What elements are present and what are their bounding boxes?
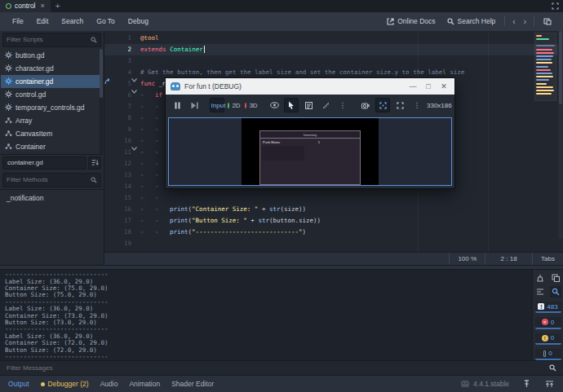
select-mode-button[interactable]: [284, 98, 299, 112]
mode-2d-button[interactable]: 2D: [227, 98, 242, 112]
line-number[interactable]: 18: [113, 227, 131, 238]
input-mode-button[interactable]: Input: [210, 98, 224, 112]
line-number[interactable]: 12: [113, 158, 131, 170]
class-item[interactable]: Dictionary: [1, 153, 103, 155]
script-item[interactable]: control.gd: [1, 88, 103, 101]
new-tab-button[interactable]: +: [51, 0, 65, 12]
frame-selected-button[interactable]: [375, 98, 390, 112]
line-number[interactable]: 14: [113, 181, 131, 192]
class-item[interactable]: CanvasItem: [1, 127, 103, 140]
code-line[interactable]: 2extends Container: [104, 44, 563, 55]
code-line[interactable]: 15»»: [104, 192, 563, 204]
line-number[interactable]: 10: [113, 135, 131, 147]
cursor-position[interactable]: 2 : 18: [485, 253, 532, 265]
line-number[interactable]: 19: [113, 238, 131, 249]
more-options-icon[interactable]: ⋮: [335, 98, 350, 112]
history-forward-icon[interactable]: ›: [521, 17, 530, 26]
code-line[interactable]: 19: [104, 238, 563, 249]
errors-filter-badge[interactable]: × 0: [535, 317, 561, 328]
tab-output[interactable]: Output: [8, 380, 29, 388]
script-item-selected[interactable]: container.gd: [1, 75, 103, 88]
collapse-messages-button[interactable]: [534, 286, 546, 297]
ruler-mode-button[interactable]: [318, 98, 333, 112]
show-search-button[interactable]: [550, 286, 561, 297]
code-line[interactable]: 16»»print("Container Size: " + str(size)…: [104, 204, 563, 215]
script-item[interactable]: button.gd: [1, 49, 103, 62]
line-number[interactable]: 7: [113, 101, 131, 112]
editor-messages-filter-badge[interactable]: 0: [535, 349, 561, 360]
filter-scripts-box[interactable]: [2, 33, 101, 47]
line-number[interactable]: 8: [113, 112, 131, 124]
line-number[interactable]: 9: [113, 124, 131, 135]
filter-scripts-input[interactable]: [7, 36, 88, 43]
visibility-button[interactable]: [267, 98, 282, 112]
tab-close-icon[interactable]: ×: [41, 2, 45, 10]
debug-game-window[interactable]: For fun t (DEBUG) — □ ✕ Input 2D: [165, 77, 455, 189]
fullscreen-button[interactable]: [392, 98, 407, 112]
menu-file[interactable]: File: [7, 15, 29, 27]
close-icon[interactable]: ✕: [438, 82, 450, 90]
line-number[interactable]: 13: [113, 170, 131, 181]
editor-scrollbar[interactable]: [558, 31, 563, 239]
line-number[interactable]: 6: [113, 90, 131, 101]
line-number[interactable]: 3: [113, 55, 131, 67]
output-log[interactable]: ----------------------------Label Size: …: [0, 270, 532, 360]
class-item[interactable]: Array: [1, 114, 103, 127]
script-list-scrollbar[interactable]: [100, 49, 103, 154]
filter-messages-bar[interactable]: [0, 360, 563, 375]
line-number[interactable]: 11: [113, 147, 131, 158]
game-viewport[interactable]: Inventory Push Mates 1: [168, 117, 452, 186]
indent-type[interactable]: Tabs: [532, 253, 563, 265]
script-item[interactable]: temporary_controls.gd: [1, 101, 103, 114]
search-help-button[interactable]: Search Help: [442, 15, 501, 27]
pin-bottom-panel-button[interactable]: [521, 378, 532, 390]
code-line[interactable]: 1@tool: [104, 33, 563, 44]
tab-animation[interactable]: Animation: [129, 380, 160, 388]
class-item[interactable]: Container: [1, 140, 103, 153]
line-number[interactable]: 5: [113, 78, 131, 90]
fold-arrow-icon[interactable]: [131, 90, 140, 101]
menu-goto[interactable]: Go To: [91, 15, 121, 27]
sort-methods-button[interactable]: [88, 156, 101, 170]
camera-override-button[interactable]: [358, 98, 373, 112]
code-line[interactable]: 17»»print("Button Size: " + str(button.s…: [104, 215, 563, 227]
expand-bottom-panel-button[interactable]: [543, 378, 555, 390]
warnings-filter-badge[interactable]: ! 0: [535, 333, 561, 345]
line-number[interactable]: 16: [113, 204, 131, 215]
clear-log-button[interactable]: [534, 272, 546, 284]
code-line[interactable]: 3: [104, 55, 563, 67]
next-frame-button[interactable]: [187, 98, 202, 112]
distraction-free-icon[interactable]: [547, 0, 563, 12]
messages-filter-badge[interactable]: ! 483: [535, 302, 561, 313]
tab-shader-editor[interactable]: Shader Editor: [171, 380, 214, 388]
tab-audio[interactable]: Audio: [100, 380, 118, 388]
line-number[interactable]: 2: [113, 44, 131, 55]
node-list-button[interactable]: [301, 98, 316, 112]
mode-3d-button[interactable]: 3D: [244, 98, 259, 112]
line-number[interactable]: 1: [113, 33, 131, 44]
more-options-icon[interactable]: ⋮: [410, 98, 424, 112]
code-line[interactable]: 18»»print("----------------------------"…: [104, 227, 563, 238]
filter-methods-input[interactable]: [7, 176, 88, 183]
history-back-icon[interactable]: ‹: [509, 17, 518, 26]
method-item[interactable]: _notification: [2, 192, 102, 204]
debug-window-titlebar[interactable]: For fun t (DEBUG) — □ ✕: [166, 78, 454, 95]
filter-messages-input[interactable]: [7, 364, 549, 372]
script-item[interactable]: character.gd: [1, 62, 103, 75]
code-line[interactable]: 4# Get the button, then get the label si…: [104, 67, 563, 78]
make-floating-icon[interactable]: [539, 16, 556, 27]
line-number[interactable]: 17: [113, 215, 131, 227]
menu-debug[interactable]: Debug: [122, 15, 154, 27]
tab-control[interactable]: control ×: [0, 0, 51, 12]
menu-edit[interactable]: Edit: [31, 15, 55, 27]
fold-arrow-icon[interactable]: [131, 78, 140, 90]
minimize-icon[interactable]: —: [407, 82, 419, 90]
copy-log-button[interactable]: [550, 272, 561, 284]
current-script-dropdown[interactable]: container.gd: [2, 156, 86, 170]
code-minimap[interactable]: [534, 33, 556, 101]
online-docs-button[interactable]: Online Docs: [382, 15, 440, 27]
line-number[interactable]: 15: [113, 192, 131, 204]
maximize-icon[interactable]: □: [423, 82, 434, 90]
tab-debugger[interactable]: Debugger (2): [41, 380, 89, 388]
zoom-level[interactable]: 100 %: [449, 253, 485, 265]
